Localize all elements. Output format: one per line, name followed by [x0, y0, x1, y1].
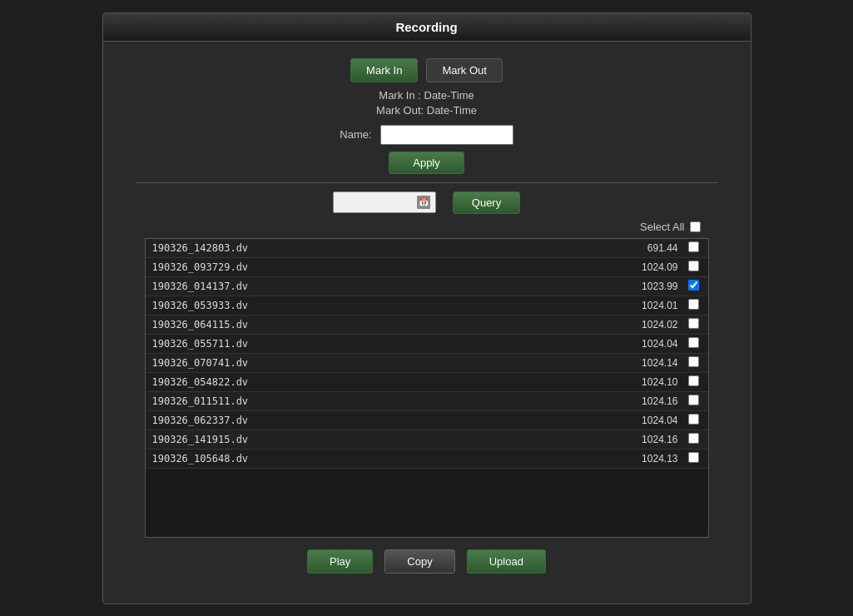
table-row: 190326_142803.dv691.44: [146, 239, 708, 258]
mark-in-button[interactable]: Mark In: [350, 58, 418, 82]
file-checkbox-wrapper: [687, 452, 702, 465]
file-name: 190326_141915.dv: [152, 434, 628, 445]
mark-out-button[interactable]: Mark Out: [426, 58, 502, 82]
file-checkbox[interactable]: [688, 241, 699, 252]
file-checkbox[interactable]: [688, 280, 699, 291]
file-checkbox[interactable]: [688, 356, 699, 367]
table-row: 190326_093729.dv1024.09: [146, 258, 708, 277]
select-all-checkbox[interactable]: [690, 221, 701, 232]
file-checkbox[interactable]: [688, 452, 699, 463]
table-row: 190326_055711.dv1024.04: [146, 335, 708, 354]
file-name: 190326_062337.dv: [152, 415, 628, 426]
file-checkbox[interactable]: [688, 318, 699, 329]
file-checkbox[interactable]: [688, 433, 699, 444]
mark-info-block: Mark In : Date-Time Mark Out: Date-Time: [136, 89, 717, 117]
file-checkbox[interactable]: [688, 414, 699, 425]
file-name: 190326_064115.dv: [152, 319, 628, 330]
file-size: 1024.16: [628, 434, 687, 445]
file-checkbox-wrapper: [687, 375, 702, 389]
mark-in-info: Mark In : Date-Time: [136, 89, 717, 102]
file-size: 1024.02: [628, 319, 687, 330]
file-name: 190326_105648.dv: [152, 453, 628, 464]
file-size: 1024.01: [628, 300, 687, 311]
file-size: 1024.04: [628, 415, 687, 426]
file-checkbox[interactable]: [688, 261, 699, 271]
copy-button[interactable]: Copy: [384, 549, 454, 574]
file-checkbox-wrapper: [687, 414, 702, 427]
file-name: 190326_053933.dv: [152, 300, 628, 311]
file-size: 1024.14: [628, 357, 687, 369]
select-all-label: Select All: [640, 221, 684, 233]
query-button[interactable]: Query: [453, 191, 520, 214]
file-checkbox[interactable]: [688, 395, 699, 405]
file-size: 1023.99: [628, 281, 687, 292]
divider: [136, 182, 717, 183]
file-size: 1024.10: [628, 376, 687, 388]
name-input[interactable]: [380, 125, 513, 145]
file-checkbox[interactable]: [688, 299, 699, 310]
play-button[interactable]: Play: [307, 549, 373, 574]
file-size: 1024.04: [628, 338, 687, 350]
file-checkbox-wrapper: [687, 241, 702, 255]
file-checkbox-wrapper: [687, 395, 702, 408]
file-name: 190326_093729.dv: [152, 261, 628, 273]
file-size: 1024.09: [628, 261, 687, 273]
file-list[interactable]: 190326_142803.dv691.44190326_093729.dv10…: [146, 239, 708, 537]
file-size: 691.44: [628, 242, 687, 254]
name-label: Name:: [340, 128, 371, 141]
table-row: 190326_014137.dv1023.99: [146, 277, 708, 296]
table-row: 190326_053933.dv1024.01: [146, 296, 708, 315]
file-checkbox[interactable]: [688, 337, 699, 348]
upload-button[interactable]: Upload: [467, 549, 546, 574]
calendar-icon[interactable]: 📅: [417, 196, 430, 209]
recording-window: Recording Mark In Mark Out Mark In : Dat…: [102, 12, 751, 604]
date-input-wrapper: 2019-03-26 📅: [333, 191, 436, 213]
file-checkbox-wrapper: [687, 356, 702, 370]
file-list-container: 190326_142803.dv691.44190326_093729.dv10…: [145, 238, 709, 538]
file-name: 190326_055711.dv: [152, 338, 628, 350]
file-name: 190326_011511.dv: [152, 395, 628, 407]
apply-button[interactable]: Apply: [389, 152, 464, 174]
table-row: 190326_054822.dv1024.10: [146, 373, 708, 392]
file-checkbox-wrapper: [687, 318, 702, 331]
table-row: 190326_070741.dv1024.14: [146, 354, 708, 373]
file-name: 190326_014137.dv: [152, 281, 628, 292]
table-row: 190326_105648.dv1024.13: [146, 450, 708, 469]
date-input[interactable]: 2019-03-26: [339, 196, 414, 209]
file-checkbox-wrapper: [687, 261, 702, 274]
file-name: 190326_142803.dv: [152, 242, 628, 254]
file-name: 190326_054822.dv: [152, 376, 628, 388]
table-row: 190326_141915.dv1024.16: [146, 430, 708, 450]
table-row: 190326_064115.dv1024.02: [146, 315, 708, 335]
file-checkbox-wrapper: [687, 280, 702, 293]
window-title: Recording: [395, 20, 457, 34]
table-row: 190326_062337.dv1024.04: [146, 411, 708, 430]
file-name: 190326_070741.dv: [152, 357, 628, 369]
mark-out-info: Mark Out: Date-Time: [136, 104, 717, 117]
file-checkbox-wrapper: [687, 433, 702, 446]
file-size: 1024.13: [628, 453, 687, 464]
file-checkbox-wrapper: [687, 337, 702, 350]
file-size: 1024.16: [628, 395, 687, 407]
title-bar: Recording: [103, 13, 751, 42]
file-checkbox-wrapper: [687, 299, 702, 312]
file-checkbox[interactable]: [688, 375, 699, 386]
table-row: 190326_011511.dv1024.16: [146, 392, 708, 411]
